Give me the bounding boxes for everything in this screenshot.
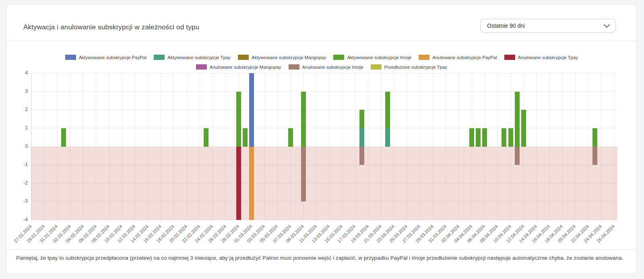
chart-title: Aktywacja i anulowanie subskrypcji w zal… [23, 23, 199, 31]
gridline-vertical [173, 73, 174, 220]
gridline-vertical [264, 73, 265, 220]
legend-swatch-mangopay_act [238, 55, 249, 60]
gridline-horizontal [31, 73, 617, 74]
gridline-vertical [342, 73, 343, 220]
bar-segment-imoje_act[interactable] [204, 128, 208, 147]
bar-segment-imoje_act[interactable] [476, 128, 481, 147]
bar-segment-imoje_act[interactable] [301, 92, 306, 147]
bar-segment-imoje_act[interactable] [508, 128, 513, 147]
gridline-vertical [458, 73, 459, 220]
y-axis-label: 1 [7, 125, 28, 131]
y-axis-label: 2 [7, 107, 28, 112]
bar-segment-imoje_act[interactable] [502, 128, 506, 147]
bar-segment-imoje_act[interactable] [359, 110, 364, 128]
legend-label: Aktywowane subskrypcje PayPal [79, 55, 147, 60]
gridline-vertical [562, 73, 563, 220]
legend-item-mangopay_anul[interactable]: Anulowane subskrypcje Mangopay [196, 64, 281, 70]
gridline-vertical [70, 73, 70, 220]
bar-segment-paypal_anul[interactable] [249, 147, 254, 220]
header-divider [7, 41, 636, 41]
bar-segment-imoje_act[interactable] [521, 110, 526, 146]
gridline-vertical [225, 73, 226, 220]
gridline-vertical [135, 73, 135, 220]
y-axis-label: -3 [7, 198, 28, 204]
y-axis-label: -1 [7, 162, 28, 167]
legend-label: Przedłużone subskrypcje Tpay [384, 65, 447, 70]
gridline-vertical [57, 73, 58, 220]
chevron-down-icon [604, 22, 610, 28]
date-range-selected-value: Ostatnie 90 dni [487, 23, 525, 29]
gridline-vertical [277, 73, 278, 220]
y-axis-label: 3 [7, 88, 28, 94]
y-axis-label: -2 [7, 180, 28, 186]
gridline-vertical [601, 73, 601, 220]
legend-swatch-paypal_anul [419, 55, 429, 60]
legend-item-imoje_anul[interactable]: Anulowane subskrypcje Imoje [289, 64, 363, 70]
y-axis-label: 0 [7, 144, 28, 149]
bar-segment-imoje_act[interactable] [288, 128, 293, 147]
gridline-vertical [472, 73, 472, 220]
gridline-vertical [329, 73, 330, 220]
y-axis-label: 4 [7, 70, 28, 76]
y-axis-label: -4 [7, 217, 28, 222]
bar-segment-tpay_act[interactable] [385, 128, 390, 147]
legend-item-paypal_act[interactable]: Aktywowane subskrypcje PayPal [65, 55, 147, 60]
gridline-horizontal [31, 146, 617, 147]
bar-segment-tpay_act[interactable] [359, 128, 364, 147]
gridline-vertical [536, 73, 537, 220]
gridline-vertical [575, 73, 576, 220]
bar-segment-paypal_act[interactable] [249, 73, 254, 147]
gridline-vertical [510, 73, 511, 220]
gridline-vertical [549, 73, 550, 220]
gridline-vertical [433, 73, 433, 220]
legend-label: Aktywowane subskrypcje Tpay [167, 55, 231, 60]
gridline-horizontal [31, 91, 617, 92]
legend-label: Anulowane subskrypcje Mangopay [210, 65, 281, 70]
gridline-vertical [122, 73, 122, 220]
bar-segment-imoje_act[interactable] [592, 128, 597, 147]
legend-item-tpay_anul[interactable]: Anulowane subskrypcje Tpay [504, 55, 578, 60]
bar-segment-imoje_act[interactable] [515, 92, 520, 147]
gridline-vertical [109, 73, 109, 220]
bar-segment-imoje_act[interactable] [61, 128, 66, 147]
legend-item-mangopay_act[interactable]: Aktywowane subskrypcje Mangopay [238, 55, 326, 60]
legend-swatch-paypal_act [65, 55, 76, 60]
bar-segment-imoje_anul[interactable] [592, 147, 597, 165]
bar-segment-imoje_act[interactable] [482, 128, 487, 147]
legend-item-imoje_act[interactable]: Aktywowane subskrypcje Imoje [333, 55, 411, 60]
chart-legend-row-1: Aktywowane subskrypcje PayPalAktywowane … [7, 55, 636, 60]
gridline-vertical [316, 73, 316, 220]
gridline-vertical [355, 73, 355, 220]
gridline-vertical [83, 73, 83, 220]
gridline-vertical [420, 73, 420, 220]
legend-label: Aktywowane subskrypcje Imoje [347, 55, 411, 60]
bar-segment-imoje_anul[interactable] [301, 147, 306, 202]
gridline-vertical [497, 73, 498, 220]
legend-label: Anulowane subskrypcje PayPal [432, 55, 497, 60]
legend-item-tpay_act[interactable]: Aktywowane subskrypcje Tpay [154, 55, 231, 60]
gridline-vertical [290, 73, 291, 220]
bar-segment-imoje_act[interactable] [236, 92, 241, 147]
chart-legend-row-2: Anulowane subskrypcje MangopayAnulowane … [7, 64, 636, 70]
legend-swatch-imoje_act [333, 55, 344, 60]
bar-segment-imoje_act[interactable] [385, 92, 390, 128]
gridline-vertical [161, 73, 161, 220]
gridline-vertical [381, 73, 381, 220]
legend-item-paypal_anul[interactable]: Anulowane subskrypcje PayPal [419, 55, 497, 60]
gridline-horizontal [31, 165, 617, 165]
bar-segment-imoje_anul[interactable] [359, 147, 364, 165]
bar-segment-imoje_anul[interactable] [515, 147, 520, 165]
legend-item-tpay_przedl[interactable]: Przedłużone subskrypcje Tpay [371, 64, 447, 70]
gridline-vertical [588, 73, 588, 220]
legend-label: Aktywowane subskrypcje Mangopay [252, 55, 326, 60]
legend-swatch-tpay_act [154, 55, 165, 60]
gridline-vertical [614, 73, 615, 220]
bar-segment-imoje_act[interactable] [469, 128, 474, 147]
bar-segment-imoje_act[interactable] [243, 128, 248, 147]
bar-segment-tpay_anul[interactable] [236, 147, 241, 220]
gridline-horizontal [31, 201, 617, 202]
chart-card: Aktywacja i anulowanie subskrypcji w zal… [6, 4, 637, 274]
legend-swatch-imoje_anul [289, 64, 299, 70]
date-range-select[interactable]: Ostatnie 90 dni [480, 19, 616, 33]
gridline-vertical [96, 73, 96, 220]
